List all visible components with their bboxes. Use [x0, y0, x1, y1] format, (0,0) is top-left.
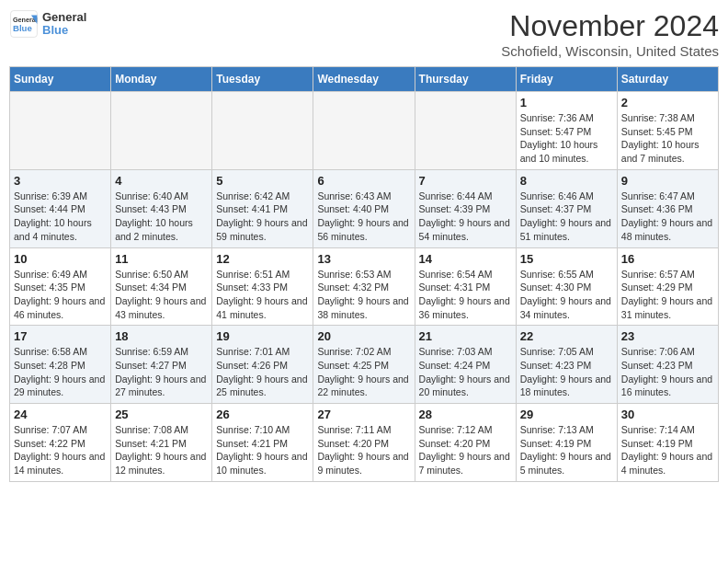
location-title: Schofield, Wisconsin, United States	[501, 43, 719, 59]
day-cell-17: 17Sunrise: 6:58 AMSunset: 4:28 PMDayligh…	[10, 326, 111, 404]
day-cell-9: 9Sunrise: 6:47 AMSunset: 4:36 PMDaylight…	[617, 169, 718, 247]
day-cell-13: 13Sunrise: 6:53 AMSunset: 4:32 PMDayligh…	[313, 247, 415, 326]
day-info: Sunrise: 7:36 AMSunset: 5:47 PMDaylight:…	[520, 111, 613, 166]
day-number: 25	[115, 408, 208, 421]
day-number: 17	[14, 329, 107, 343]
day-info: Sunrise: 7:01 AMSunset: 4:26 PMDaylight:…	[216, 345, 309, 399]
day-cell-15: 15Sunrise: 6:55 AMSunset: 4:30 PMDayligh…	[516, 247, 617, 326]
calendar-week-3: 10Sunrise: 6:49 AMSunset: 4:35 PMDayligh…	[10, 247, 719, 326]
day-info: Sunrise: 7:12 AMSunset: 4:20 PMDaylight:…	[419, 423, 512, 477]
day-info: Sunrise: 6:50 AMSunset: 4:34 PMDaylight:…	[115, 268, 208, 322]
day-header-thursday: Thursday	[415, 67, 516, 92]
calendar: SundayMondayTuesdayWednesdayThursdayFrid…	[9, 66, 719, 482]
calendar-week-5: 24Sunrise: 7:07 AMSunset: 4:22 PMDayligh…	[10, 404, 719, 482]
day-number: 9	[621, 174, 714, 188]
day-cell-18: 18Sunrise: 6:59 AMSunset: 4:27 PMDayligh…	[111, 326, 212, 404]
day-cell-10: 10Sunrise: 6:49 AMSunset: 4:35 PMDayligh…	[10, 247, 111, 326]
day-info: Sunrise: 6:49 AMSunset: 4:35 PMDaylight:…	[14, 268, 107, 322]
day-cell-21: 21Sunrise: 7:03 AMSunset: 4:24 PMDayligh…	[415, 326, 516, 404]
day-info: Sunrise: 7:06 AMSunset: 4:23 PMDaylight:…	[621, 345, 714, 399]
logo-blue: Blue	[42, 24, 86, 37]
empty-cell	[313, 92, 415, 170]
logo: General Blue General Blue	[9, 9, 86, 39]
day-cell-16: 16Sunrise: 6:57 AMSunset: 4:29 PMDayligh…	[617, 247, 718, 326]
day-number: 26	[216, 408, 309, 421]
day-info: Sunrise: 6:39 AMSunset: 4:44 PMDaylight:…	[14, 190, 107, 244]
svg-text:Blue: Blue	[13, 23, 32, 33]
logo-icon: General Blue	[9, 9, 39, 39]
day-info: Sunrise: 6:57 AMSunset: 4:29 PMDaylight:…	[621, 268, 714, 322]
day-cell-6: 6Sunrise: 6:43 AMSunset: 4:40 PMDaylight…	[313, 169, 415, 247]
day-number: 29	[520, 408, 613, 421]
day-info: Sunrise: 7:05 AMSunset: 4:23 PMDaylight:…	[520, 345, 613, 399]
day-cell-5: 5Sunrise: 6:42 AMSunset: 4:41 PMDaylight…	[212, 169, 313, 247]
day-number: 16	[621, 252, 714, 266]
day-info: Sunrise: 6:59 AMSunset: 4:27 PMDaylight:…	[115, 345, 208, 399]
day-cell-27: 27Sunrise: 7:11 AMSunset: 4:20 PMDayligh…	[313, 404, 415, 482]
day-number: 5	[216, 174, 309, 188]
title-area: November 2024 Schofield, Wisconsin, Unit…	[501, 9, 719, 59]
day-number: 10	[14, 252, 107, 266]
day-number: 30	[621, 408, 714, 421]
day-cell-14: 14Sunrise: 6:54 AMSunset: 4:31 PMDayligh…	[415, 247, 516, 326]
day-cell-29: 29Sunrise: 7:13 AMSunset: 4:19 PMDayligh…	[516, 404, 617, 482]
day-number: 13	[317, 252, 410, 266]
day-info: Sunrise: 7:08 AMSunset: 4:21 PMDaylight:…	[115, 423, 208, 477]
day-number: 21	[419, 329, 512, 343]
day-cell-11: 11Sunrise: 6:50 AMSunset: 4:34 PMDayligh…	[111, 247, 212, 326]
day-cell-19: 19Sunrise: 7:01 AMSunset: 4:26 PMDayligh…	[212, 326, 313, 404]
day-number: 8	[520, 174, 613, 188]
empty-cell	[111, 92, 212, 170]
day-info: Sunrise: 7:11 AMSunset: 4:20 PMDaylight:…	[317, 423, 410, 477]
day-number: 3	[14, 174, 107, 188]
day-cell-3: 3Sunrise: 6:39 AMSunset: 4:44 PMDaylight…	[10, 169, 111, 247]
day-info: Sunrise: 6:51 AMSunset: 4:33 PMDaylight:…	[216, 268, 309, 322]
day-cell-22: 22Sunrise: 7:05 AMSunset: 4:23 PMDayligh…	[516, 326, 617, 404]
day-cell-30: 30Sunrise: 7:14 AMSunset: 4:19 PMDayligh…	[617, 404, 718, 482]
day-info: Sunrise: 7:02 AMSunset: 4:25 PMDaylight:…	[317, 345, 410, 399]
day-number: 4	[115, 174, 208, 188]
empty-cell	[212, 92, 313, 170]
calendar-week-1: 1Sunrise: 7:36 AMSunset: 5:47 PMDaylight…	[10, 92, 719, 170]
day-header-monday: Monday	[111, 67, 212, 92]
day-number: 19	[216, 329, 309, 343]
day-info: Sunrise: 6:44 AMSunset: 4:39 PMDaylight:…	[419, 190, 512, 244]
day-header-friday: Friday	[516, 67, 617, 92]
day-cell-2: 2Sunrise: 7:38 AMSunset: 5:45 PMDaylight…	[617, 92, 718, 170]
day-info: Sunrise: 7:38 AMSunset: 5:45 PMDaylight:…	[621, 111, 714, 166]
day-cell-7: 7Sunrise: 6:44 AMSunset: 4:39 PMDaylight…	[415, 169, 516, 247]
logo-general: General	[42, 11, 86, 24]
day-info: Sunrise: 6:55 AMSunset: 4:30 PMDaylight:…	[520, 268, 613, 322]
day-number: 14	[419, 252, 512, 266]
day-cell-28: 28Sunrise: 7:12 AMSunset: 4:20 PMDayligh…	[415, 404, 516, 482]
day-number: 15	[520, 252, 613, 266]
day-cell-25: 25Sunrise: 7:08 AMSunset: 4:21 PMDayligh…	[111, 404, 212, 482]
day-cell-12: 12Sunrise: 6:51 AMSunset: 4:33 PMDayligh…	[212, 247, 313, 326]
month-title: November 2024	[501, 9, 719, 43]
calendar-week-2: 3Sunrise: 6:39 AMSunset: 4:44 PMDaylight…	[10, 169, 719, 247]
day-info: Sunrise: 6:40 AMSunset: 4:43 PMDaylight:…	[115, 190, 208, 244]
day-info: Sunrise: 6:42 AMSunset: 4:41 PMDaylight:…	[216, 190, 309, 244]
day-info: Sunrise: 7:14 AMSunset: 4:19 PMDaylight:…	[621, 423, 714, 477]
day-number: 22	[520, 329, 613, 343]
day-number: 11	[115, 252, 208, 266]
day-header-saturday: Saturday	[617, 67, 718, 92]
day-number: 28	[419, 408, 512, 421]
day-number: 27	[317, 408, 410, 421]
day-number: 24	[14, 408, 107, 421]
day-number: 2	[621, 96, 714, 109]
day-number: 12	[216, 252, 309, 266]
day-info: Sunrise: 6:53 AMSunset: 4:32 PMDaylight:…	[317, 268, 410, 322]
day-header-sunday: Sunday	[10, 67, 111, 92]
calendar-week-4: 17Sunrise: 6:58 AMSunset: 4:28 PMDayligh…	[10, 326, 719, 404]
day-cell-23: 23Sunrise: 7:06 AMSunset: 4:23 PMDayligh…	[617, 326, 718, 404]
day-header-tuesday: Tuesday	[212, 67, 313, 92]
day-number: 18	[115, 329, 208, 343]
day-number: 6	[317, 174, 410, 188]
day-info: Sunrise: 7:13 AMSunset: 4:19 PMDaylight:…	[520, 423, 613, 477]
day-cell-20: 20Sunrise: 7:02 AMSunset: 4:25 PMDayligh…	[313, 326, 415, 404]
day-info: Sunrise: 6:43 AMSunset: 4:40 PMDaylight:…	[317, 190, 410, 244]
day-cell-26: 26Sunrise: 7:10 AMSunset: 4:21 PMDayligh…	[212, 404, 313, 482]
day-info: Sunrise: 7:10 AMSunset: 4:21 PMDaylight:…	[216, 423, 309, 477]
calendar-header-row: SundayMondayTuesdayWednesdayThursdayFrid…	[10, 67, 719, 92]
